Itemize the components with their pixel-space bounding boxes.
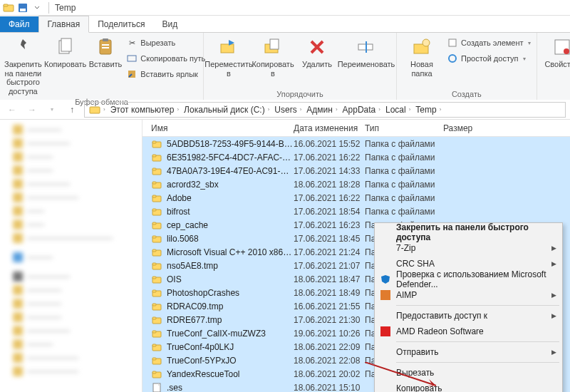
svg-point-20: [449, 55, 456, 62]
path-icon: [126, 53, 138, 64]
table-row[interactable]: 47BA0A73-19E4-47E0-AC91-ECD5D33E67...17.…: [142, 164, 570, 177]
ctx-amd[interactable]: AMD Radeon Software: [376, 324, 561, 339]
file-name: bifrost: [167, 207, 294, 217]
table-row[interactable]: 5ADBD518-7253-49F5-9144-BCA62137D57816.0…: [142, 137, 570, 150]
new-item-button[interactable]: Создать элемент▾: [445, 36, 532, 50]
paste-button[interactable]: Вставить: [89, 36, 123, 69]
cut-button[interactable]: ✂Вырезать: [125, 36, 207, 50]
nav-sidebar[interactable]: ———— ————— ——— ——— ————— —————— —— —— ——…: [0, 120, 142, 392]
ctx-copy[interactable]: Копировать: [376, 381, 561, 392]
new-item-icon: [447, 37, 458, 48]
svg-rect-55: [152, 331, 156, 333]
paste-icon: [94, 36, 117, 58]
svg-rect-41: [152, 236, 156, 238]
file-date: 17.06.2021 16:22: [294, 153, 365, 163]
chevron-right-icon: ▶: [551, 292, 556, 299]
table-row[interactable]: acrord32_sbx18.06.2021 18:28Папка с файл…: [142, 177, 570, 191]
new-folder-button[interactable]: Новая папка: [401, 36, 442, 78]
back-button[interactable]: ←: [4, 102, 20, 118]
folder-icon: [151, 165, 162, 177]
crumb-6: Temp›: [414, 105, 444, 115]
file-name: 47BA0A73-19E4-47E0-AC91-ECD5D33E67...: [167, 166, 294, 176]
ctx-7zip[interactable]: 7-Zip▶: [376, 240, 561, 256]
file-type: Папка с файлами: [365, 153, 443, 163]
file-name: acrord32_sbx: [167, 180, 294, 190]
crumb-2: Users›: [273, 105, 304, 115]
file-type: Папка с файлами: [365, 139, 443, 149]
folder-icon: [151, 274, 162, 285]
tab-home[interactable]: Главная: [38, 16, 90, 33]
rename-button[interactable]: Переименовать: [341, 36, 392, 69]
file-date: 17.06.2021 14:33: [294, 166, 365, 176]
tab-share[interactable]: Поделиться: [89, 16, 153, 32]
breadcrumb[interactable]: › Этот компьютер› Локальный диск (C:)› U…: [84, 102, 566, 118]
amd-icon: [379, 325, 392, 338]
new-folder-icon: [410, 36, 433, 58]
copy-to-button[interactable]: Копировать в: [252, 36, 294, 78]
col-date[interactable]: Дата изменения: [294, 123, 365, 133]
svg-rect-14: [270, 39, 279, 49]
file-date: 17.06.2021 18:45: [294, 234, 365, 244]
easy-access-icon: [447, 53, 458, 64]
file-name: lilo.5068: [167, 234, 294, 244]
file-name: .ses: [167, 383, 294, 393]
tab-view[interactable]: Вид: [153, 16, 186, 32]
folder-icon: [151, 152, 162, 163]
table-row[interactable]: bifrost17.06.2021 18:54Папка с файлами: [142, 205, 570, 218]
delete-button[interactable]: Удалить: [296, 36, 338, 69]
forward-button[interactable]: →: [24, 102, 40, 118]
svg-rect-61: [152, 371, 156, 373]
ctx-pin[interactable]: Закрепить на панели быстрого доступа: [376, 225, 561, 240]
copy-path-button[interactable]: Скопировать путь: [125, 51, 207, 66]
svg-rect-37: [152, 209, 156, 211]
svg-rect-1: [4, 4, 8, 6]
svg-rect-68: [380, 326, 390, 336]
folder-icon: [89, 104, 100, 115]
window-title: Temp: [55, 3, 76, 13]
table-row[interactable]: Adobe17.06.2021 16:22Папка с файлами: [142, 191, 570, 205]
svg-rect-57: [152, 344, 156, 346]
col-type[interactable]: Тип: [365, 123, 443, 133]
chevron-down-icon[interactable]: [31, 2, 43, 14]
svg-rect-9: [102, 47, 109, 48]
table-row[interactable]: 6E351982-5FC4-4DC7-AFAC-C0208469E2...17.…: [142, 150, 570, 164]
crumb-0: Этот компьютер›: [109, 105, 182, 115]
col-name[interactable]: Имя: [151, 123, 294, 133]
col-size[interactable]: Размер: [443, 123, 570, 133]
save-icon[interactable]: [17, 2, 28, 14]
pin-icon: [11, 36, 34, 58]
rename-icon: [355, 36, 378, 58]
file-date: 17.06.2021 21:07: [294, 261, 365, 271]
file-name: YandexRescueTool: [167, 369, 294, 379]
group-organize-label: Упорядочить: [208, 88, 392, 98]
ctx-cut[interactable]: Вырезать: [376, 365, 561, 381]
ctx-grant-access[interactable]: Предоставить доступ к▶: [376, 308, 561, 324]
svg-rect-25: [90, 107, 100, 113]
file-header[interactable]: Имя Дата изменения Тип Размер: [142, 120, 570, 137]
svg-rect-43: [152, 249, 156, 252]
pin-button[interactable]: Закрепить на панели быстрого доступа: [4, 36, 42, 96]
svg-rect-31: [152, 168, 156, 170]
tab-file[interactable]: Файл: [0, 16, 38, 32]
divider: [48, 2, 49, 14]
group-new-label: Создать: [401, 88, 532, 98]
crumb-5: Local›: [384, 105, 413, 115]
easy-access-button[interactable]: Простой доступ▾: [445, 51, 532, 66]
shield-icon: [379, 273, 392, 286]
ctx-send-to[interactable]: Отправить▶: [376, 344, 561, 360]
file-name: 6E351982-5FC4-4DC7-AFAC-C0208469E2...: [167, 153, 294, 163]
properties-button[interactable]: Свойства: [542, 36, 570, 69]
ctx-aimp[interactable]: AIMP▶: [376, 287, 561, 303]
folder-icon: [151, 179, 162, 190]
ctx-defender[interactable]: Проверка с использованием Microsoft Defe…: [376, 272, 561, 287]
move-to-button[interactable]: Переместить в: [208, 36, 249, 78]
svg-rect-27: [152, 141, 156, 143]
folder-icon: [151, 206, 162, 217]
svg-rect-29: [152, 155, 156, 157]
copy-button[interactable]: Копировать: [45, 36, 86, 69]
up-button[interactable]: ↑: [64, 102, 80, 118]
paste-shortcut-button[interactable]: Вставить ярлык: [125, 67, 207, 81]
recent-button[interactable]: ▾: [44, 102, 60, 118]
file-date: 18.06.2021 20:02: [294, 369, 365, 379]
folder-icon: [151, 192, 162, 204]
